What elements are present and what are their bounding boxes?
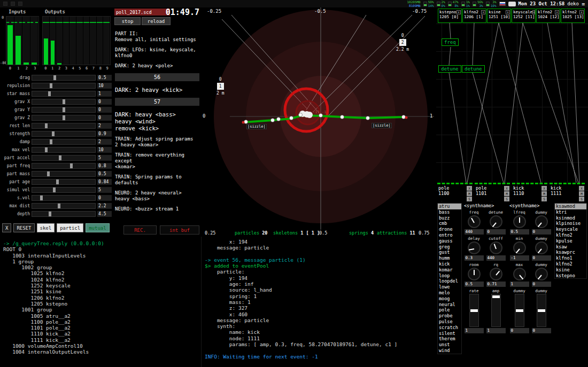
synth-list-item-loopdel[interactable]: loopdel [438, 278, 461, 284]
slider-handle[interactable] [40, 196, 43, 200]
kgen-list-item-keyscale[interactable]: keyscale [555, 227, 586, 232]
synth-list-item-pole[interactable]: pole [438, 307, 461, 313]
knob-detune[interactable] [490, 215, 502, 228]
slider-part-accel[interactable] [32, 155, 96, 161]
toggle-s[interactable]: S [504, 197, 509, 201]
kgen-list-item-klfno1[interactable]: klfno1 [555, 255, 586, 261]
slider-handle[interactable] [49, 212, 51, 216]
node-tree-terminal[interactable]: -> /g_queryTree.reply (0.0.0.0:0)ROOT 0 … [0, 238, 201, 367]
slider-strength[interactable] [32, 131, 96, 137]
slider-depth[interactable] [32, 211, 96, 217]
synth-list-item-kick[interactable]: kick [438, 261, 461, 267]
synth-list-item-silent[interactable]: silent [438, 331, 461, 337]
slider-handle[interactable] [63, 99, 65, 104]
score-entry[interactable]: DARK: 2 heavy <kick> [115, 87, 199, 93]
synth-box-kick-1111[interactable]: kick1111XMS [550, 183, 585, 201]
slider-handle[interactable] [48, 91, 51, 96]
int-buf-button[interactable]: int buf [160, 225, 199, 235]
kgen-box-ksine[interactable]: ksineX1251 [10] [487, 9, 511, 23]
slider-handle[interactable] [50, 139, 52, 144]
kgen-box-klfno2[interactable]: klfno2X1206 [1] [462, 9, 486, 23]
slider-damp[interactable] [32, 139, 96, 145]
app-icon[interactable] [3, 2, 7, 6]
synth-list-item-wind[interactable]: wind [438, 348, 461, 354]
param-box-freq[interactable]: freq [442, 38, 459, 46]
toggle-x[interactable]: X [467, 186, 472, 191]
app-icon[interactable] [11, 2, 15, 6]
knob-dummy[interactable] [535, 215, 548, 228]
slider-simul-vel[interactable] [32, 187, 96, 193]
slider-handle[interactable] [50, 83, 52, 88]
slider-handle[interactable] [56, 179, 59, 184]
slider-grav-Y[interactable] [32, 107, 96, 113]
slider-s-vol[interactable] [32, 195, 96, 201]
synth-list-item-pulse[interactable]: pulse [438, 319, 461, 325]
fader-amp[interactable] [491, 294, 501, 327]
score-entry[interactable]: PART II: Remove all, initial settings [115, 31, 199, 43]
synth-list-item-atru[interactable]: atru [438, 204, 461, 209]
kgen-box-klfno2[interactable]: klfno2X1025 [13] [561, 9, 585, 23]
close-icon[interactable]: X [579, 10, 584, 14]
param-box-detune[interactable]: detune [462, 65, 485, 73]
score-entry[interactable]: NEURO: 2 heavy <neural> heavy <bass> [115, 190, 199, 202]
synth-list-item-cmb[interactable]: cmb [438, 221, 461, 227]
synth-list-item-unst[interactable]: unst [438, 342, 461, 348]
score-entries[interactable]: PART II: Remove all, initial settingsDAR… [115, 31, 199, 216]
kgen-list-item-ksinmod[interactable]: ksinmod [555, 215, 586, 221]
kgen-list-item-ksine[interactable]: ksine [555, 267, 586, 273]
kgen-list-item-klfno2[interactable]: klfno2 [555, 261, 586, 267]
menu-list-icon[interactable]: ≡ [582, 1, 585, 7]
synth-box-kick-1110[interactable]: kick1110XMS [512, 183, 547, 201]
knob-min[interactable] [513, 241, 526, 254]
toggle-m[interactable]: M [579, 191, 584, 196]
toggle-s[interactable]: S [541, 197, 547, 201]
toggle-s[interactable]: S [467, 197, 472, 201]
knob-delay[interactable] [468, 241, 481, 254]
close-icon[interactable]: X [481, 10, 485, 14]
app-icon[interactable] [18, 2, 22, 6]
slider-part-age[interactable] [32, 179, 96, 185]
close-icon[interactable]: X [506, 10, 510, 14]
reload-button[interactable]: reload [142, 17, 171, 25]
close-icon[interactable]: X [532, 10, 535, 14]
slider-part-freq[interactable] [32, 163, 96, 169]
kgen-list-item-klpinoise[interactable]: klpinoise [555, 221, 586, 227]
score-marker[interactable]: 56 [115, 73, 199, 81]
button-mutual[interactable]: mutual [86, 223, 110, 232]
slider-handle[interactable] [45, 147, 48, 152]
slider-handle[interactable] [45, 123, 48, 128]
keyboard-flag-icon[interactable] [499, 2, 506, 6]
score-entry[interactable]: DARK: heavy <bass> heavy <wind> remove <… [115, 111, 199, 132]
fader-dummy[interactable] [537, 294, 546, 327]
slider-handle[interactable] [70, 163, 73, 168]
synth-list-item-gauss[interactable]: gauss [438, 238, 461, 244]
kgen-list[interactable]: ksawmodktriksinmodklpinoisekeyscaleklfno… [554, 203, 587, 279]
score-entry[interactable]: TRAIN: Spring params to defaults [115, 174, 199, 186]
fader-rate[interactable] [469, 294, 479, 327]
menubar-user[interactable]: deko [567, 1, 579, 6]
close-icon[interactable]: X [555, 10, 559, 14]
fader-dummy[interactable] [515, 294, 524, 327]
slider-part-mass[interactable] [32, 171, 96, 177]
score-entry[interactable]: DARK: LFOs: ksine, keyscale, klfno0 [115, 47, 199, 59]
fader-handle[interactable] [538, 309, 545, 312]
score-entry[interactable]: TRAIN: remove everything except <komar> [115, 152, 199, 170]
knob-cutoff[interactable] [490, 241, 502, 254]
toggle-s[interactable]: S [579, 197, 584, 201]
synth-list-item-buzz[interactable]: buzz [438, 215, 461, 221]
synth-list-item-drone[interactable]: drone [438, 227, 461, 232]
particle-visualization[interactable]: -0.25-0.5-0.7501|sizzle||sizzle| 0 1 2 m… [200, 7, 436, 237]
score-entry[interactable]: NEURO: <buzz> stream 1 [115, 206, 199, 212]
slider-repulsion[interactable] [32, 83, 96, 89]
synth-list-item-loop[interactable]: loop [438, 273, 461, 279]
kgen-list-item-kpulse[interactable]: kpulse [555, 238, 586, 244]
toggle-x[interactable]: X [579, 186, 584, 191]
slider-handle[interactable] [63, 115, 65, 120]
param-box-detune[interactable]: detune [438, 65, 461, 73]
slider-handle[interactable] [53, 75, 56, 80]
slider-rest-len[interactable] [32, 123, 96, 129]
knob-max[interactable] [513, 268, 526, 280]
synth-list-item-melo[interactable]: melo [438, 290, 461, 296]
synth-list[interactable]: atrubassbuzzcmbdroneentrogaussgreggusthu… [437, 203, 462, 354]
knob-freq[interactable] [468, 215, 481, 228]
